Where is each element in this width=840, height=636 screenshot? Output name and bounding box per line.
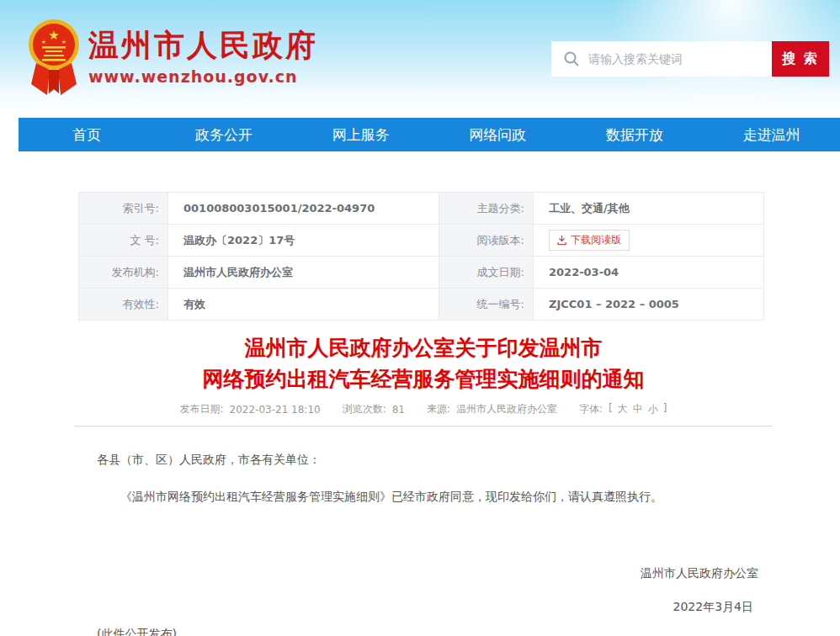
search-button[interactable]: 搜 索: [772, 41, 829, 77]
issue-date-value: 2022-03-04: [534, 257, 764, 289]
issue-date-label: 成文日期:: [439, 257, 534, 289]
issuing-agency-label: 发布机构:: [79, 257, 168, 289]
search-icon: [563, 50, 580, 67]
font-bracket-open: [: [609, 402, 613, 416]
search-input[interactable]: [551, 41, 772, 77]
download-reading-version-button[interactable]: 下载阅读版: [549, 230, 630, 251]
document-meta-bar: 发布日期: 2022-03-21 18:10 浏览次数: 81 来源: 温州市人…: [78, 402, 768, 416]
main-nav: 首页 政务公开 网上服务 网络问政 数据开放 走进温州: [19, 118, 840, 151]
nav-item-gov-affairs[interactable]: 政务公开: [156, 118, 293, 151]
view-count-value: 81: [392, 404, 405, 416]
document-page: 索引号: 001008003015001/2022-04970 主题分类: 工业…: [78, 192, 768, 636]
divider: [74, 426, 773, 427]
table-row: 有效性: 有效 统一编号: ZJCC01 – 2022 – 0005: [79, 289, 764, 321]
font-size-widget: 字体: [ 大 中 小 ]: [579, 402, 667, 416]
source-label: 来源:: [427, 402, 450, 416]
national-emblem-logo: ★ ★ ★: [28, 17, 80, 99]
table-row: 发布机构: 温州市人民政府办公室 成文日期: 2022-03-04: [79, 257, 764, 289]
reading-version-label: 阅读版本:: [439, 225, 534, 257]
validity-value: 有效: [168, 289, 439, 321]
nav-item-online-politics[interactable]: 网络问政: [429, 118, 566, 151]
view-count: 浏览次数: 81: [343, 402, 405, 416]
font-size-medium-button[interactable]: 中: [633, 402, 643, 416]
table-row: 文 号: 温政办〔2022〕17号 阅读版本: 下载阅读版: [79, 225, 764, 257]
publish-date: 发布日期: 2022-03-21 18:10: [180, 402, 321, 416]
signature-org: 温州市人民政府办公室: [78, 566, 768, 581]
nav-item-online-services[interactable]: 网上服务: [292, 118, 429, 151]
source-value: 温州市人民政府办公室: [456, 402, 557, 416]
publish-date-value: 2022-03-21 18:10: [230, 404, 321, 416]
validity-label: 有效性:: [79, 289, 168, 321]
index-number-value: 001008003015001/2022-04970: [168, 193, 439, 225]
topic-category-value: 工业、交通/其他: [534, 193, 764, 225]
site-brand[interactable]: ★ ★ ★ 温州市人民政府 www.wenzhou.gov.cn: [28, 17, 318, 99]
unified-number-label: 统一编号:: [439, 289, 534, 321]
font-size-small-button[interactable]: 小: [648, 402, 658, 416]
table-row: 索引号: 001008003015001/2022-04970 主题分类: 工业…: [79, 193, 764, 225]
signature-date: 2022年3月4日: [78, 600, 768, 615]
source: 来源: 温州市人民政府办公室: [427, 402, 557, 416]
document-info-table: 索引号: 001008003015001/2022-04970 主题分类: 工业…: [78, 192, 764, 321]
font-bracket-close: ]: [663, 402, 667, 416]
nav-item-open-data[interactable]: 数据开放: [566, 118, 704, 151]
font-size-label: 字体:: [579, 402, 603, 416]
signature-block: 温州市人民政府办公室 2022年3月4日: [78, 566, 768, 615]
download-icon: [557, 236, 566, 245]
issuing-agency-value: 温州市人民政府办公室: [168, 257, 439, 289]
site-url: www.wenzhou.gov.cn: [88, 67, 318, 86]
site-header: ★ ★ ★ 温州市人民政府 www.wenzhou.gov.cn 搜 索: [0, 0, 840, 118]
doc-number-value: 温政办〔2022〕17号: [168, 225, 439, 257]
svg-text:★: ★: [48, 28, 59, 43]
main-paragraph: 《温州市网络预约出租汽车经营服务管理实施细则》已经市政府同意，现印发给你们，请认…: [97, 487, 750, 506]
topic-category-label: 主题分类:: [439, 193, 534, 225]
view-count-label: 浏览次数:: [343, 402, 386, 416]
site-title: 温州市人民政府: [88, 29, 318, 62]
nav-item-about-wenzhou[interactable]: 走进温州: [703, 118, 840, 151]
unified-number-value: ZJCC01 – 2022 – 0005: [534, 289, 764, 321]
doc-number-label: 文 号:: [79, 225, 168, 257]
svg-text:★: ★: [61, 39, 66, 45]
font-size-large-button[interactable]: 大: [618, 402, 628, 416]
nav-item-home[interactable]: 首页: [19, 118, 156, 151]
download-button-label: 下载阅读版: [571, 233, 621, 247]
document-title-line1: 温州市人民政府办公室关于印发温州市: [78, 332, 768, 363]
public-release-note: (此件公开发布): [78, 627, 768, 636]
document-title: 温州市人民政府办公室关于印发温州市 网络预约出租汽车经营服务管理实施细则的通知: [78, 332, 768, 395]
document-title-line2: 网络预约出租汽车经营服务管理实施细则的通知: [78, 363, 768, 395]
salutation-paragraph: 各县（市、区）人民政府，市各有关单位：: [97, 453, 750, 468]
index-number-label: 索引号:: [79, 193, 168, 225]
publish-date-label: 发布日期:: [180, 402, 224, 416]
svg-text:★: ★: [41, 39, 46, 45]
article-body: 各县（市、区）人民政府，市各有关单位： 《温州市网络预约出租汽车经营服务管理实施…: [78, 453, 768, 506]
reading-version-cell: 下载阅读版: [534, 225, 764, 257]
search-bar: 搜 索: [551, 41, 829, 77]
